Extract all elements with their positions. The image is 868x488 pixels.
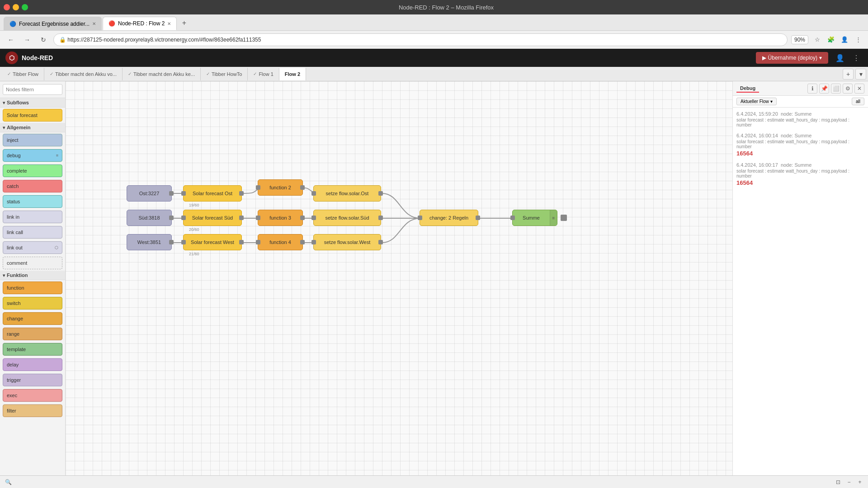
node-sued-input[interactable]: Süd:3818 [127,210,172,226]
debug-header: Debug ℹ 📌 ⬜ ⚙ ✕ [733,81,868,96]
toolbar-icons: ☆ 🧩 👤 ⋮ [812,34,863,45]
node-change[interactable]: change: 2 Regeln [420,210,478,226]
flow-tab-6[interactable]: Flow 2 [279,68,306,80]
deploy-button[interactable]: ▶ Übernahme (deploy) ▾ [756,52,828,64]
tab1-favicon: 🔵 [9,21,16,27]
flow-tab-4[interactable]: ✓ Tibber HowTo [201,68,248,80]
url-bar[interactable]: 🔒 https://287125-nodered.proxyrelay8.vic… [53,33,788,46]
palette-node-comment[interactable]: comment [3,257,62,269]
debug-pin-icon[interactable]: 📌 [819,84,829,94]
back-button[interactable]: ← [5,33,17,46]
settings-icon[interactable]: ⋮ [850,52,863,64]
flow-tab-4-label: Tibber HowTo [212,71,242,77]
node-fn4[interactable]: function 4 [258,234,303,250]
tab2-check: ✓ [50,71,53,76]
linkcall-label: link call [7,230,23,235]
star-icon[interactable]: ☆ [812,34,823,45]
tab1-close[interactable]: ✕ [92,21,96,26]
menu-icon[interactable]: ⋮ [853,34,863,45]
bottom-right-icons: ⊡ − + [834,478,864,487]
debug-filter-button[interactable]: Aktueller Flow ▾ [736,98,777,105]
flow-tab-1[interactable]: ✓ Tibber Flow [2,68,44,80]
palette-node-filter[interactable]: filter [3,404,62,417]
palette-node-status[interactable]: status [3,195,62,208]
palette-node-exec[interactable]: exec [3,389,62,402]
debug-settings-icon[interactable]: ⚙ [843,84,853,94]
palette-node-debug[interactable]: debug ≡ [3,149,62,162]
browser-tab-1[interactable]: 🔵 Forecast Ergebnisse addier... ✕ [4,17,102,30]
flow-canvas[interactable]: Ost:3227 Solar forecast Ost 19/60 functi… [66,81,732,475]
add-flow-button[interactable]: + [843,69,854,80]
palette-node-switch[interactable]: switch [3,297,62,310]
fit-view-icon[interactable]: ⊡ [834,478,843,487]
debug-tab-button[interactable]: Debug [736,84,759,93]
nodered-logo-text: Node-RED [22,54,53,61]
debug-copy-icon[interactable]: ⬜ [831,84,841,94]
palette-node-delay[interactable]: delay [3,358,62,371]
debug-info-icon[interactable]: ℹ [807,84,817,94]
profile-icon[interactable]: 👤 [839,34,850,45]
port-fn3-left [256,216,260,220]
palette-node-solar-forecast[interactable]: Solar forecast [3,109,62,122]
node-west-input[interactable]: West:3851 [127,234,172,250]
node-setze-ost[interactable]: setze flow.solar.Ost [313,185,381,202]
palette-search-input[interactable] [3,84,62,95]
tab2-close[interactable]: ✕ [167,21,171,26]
palette-node-inject[interactable]: inject [3,134,62,146]
node-solar-ost[interactable]: Solar forecast Ost 19/60 [183,185,242,202]
palette-section-funktion[interactable]: Funktion [0,271,65,280]
maximize-button[interactable] [22,4,28,10]
palette-node-link-in[interactable]: link in [3,211,62,223]
port-solar-sued-right [239,216,244,220]
solar-west-label: Solar forecast West [184,239,241,245]
close-button[interactable] [4,4,10,10]
new-tab-button[interactable]: + [178,17,190,29]
browser-tab-2[interactable]: 🔴 Node-RED : Flow 2 ✕ [103,17,177,30]
node-solar-west[interactable]: Solar forecast West 21/60 [183,234,242,250]
solar-sued-label: Solar forecast Süd [184,215,241,221]
debug-clear-button[interactable]: all [852,98,864,105]
sued-label: Süd:3818 [127,215,171,221]
palette-section-allgemein[interactable]: Allgemein [0,123,65,132]
node-summe[interactable]: Summe ≡ [512,210,557,226]
palette-node-link-call[interactable]: link call [3,226,62,239]
minimize-button[interactable] [13,4,19,10]
node-fn2[interactable]: function 2 [258,179,303,196]
flow-tab-2[interactable]: ✓ Tibber macht den Akku vo... [44,68,123,80]
window-controls[interactable] [4,4,28,10]
palette-node-link-out[interactable]: link out ⬡ [3,241,62,254]
zoom-in-icon[interactable]: + [855,478,864,487]
node-solar-sued[interactable]: Solar forecast Süd 20/60 [183,210,242,226]
palette-node-template[interactable]: template [3,343,62,356]
flow-tab-1-label: Tibber Flow [13,71,38,77]
palette-node-trigger[interactable]: trigger [3,374,62,386]
node-setze-west[interactable]: setze flow.solar.West [313,234,381,250]
search-icon[interactable]: 🔍 [4,478,13,487]
reload-button[interactable]: ↻ [37,33,50,46]
node-setze-sued[interactable]: setze flow.solar.Süd [313,210,381,226]
palette-node-change[interactable]: change [3,312,62,325]
forward-button[interactable]: → [21,33,33,46]
palette-section-subflows[interactable]: Subflows [0,98,65,108]
summe-menu[interactable]: ≡ [550,210,557,225]
node-ost-input[interactable]: Ost:3227 [127,185,172,202]
flow-tab-3[interactable]: ✓ Tibber macht den Akku ke... [123,68,201,80]
extensions-icon[interactable]: 🧩 [826,34,836,45]
tab2-label: Node-RED : Flow 2 [118,20,165,27]
palette-node-range[interactable]: range [3,328,62,340]
zoom-level[interactable]: 90% [791,35,808,44]
zoom-out-icon[interactable]: − [844,478,854,487]
palette-node-complete[interactable]: complete [3,164,62,177]
debug-msg1-node: node: Summe [781,111,811,117]
flow-options-button[interactable]: ▾ [855,69,866,80]
deploy-icon: ▶ [762,55,766,61]
palette-node-catch[interactable]: catch [3,180,62,192]
debug-close-icon[interactable]: ✕ [854,84,864,94]
palette-node-function[interactable]: function [3,282,62,294]
flow-tab-5[interactable]: ✓ Flow 1 [248,68,279,80]
user-icon[interactable]: 👤 [834,52,846,64]
catch-label: catch [7,183,19,189]
port-solar-ost-left [181,191,186,196]
debug-message-2: 6.4.2024, 16:00:14 node: Summe solar for… [736,133,864,157]
node-fn3[interactable]: function 3 [258,210,303,226]
